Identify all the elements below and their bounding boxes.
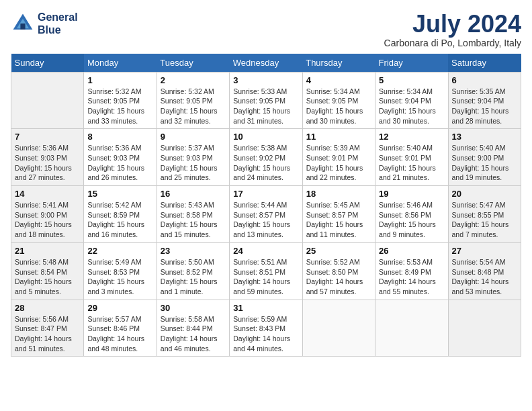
day-number: 19 [379, 189, 444, 199]
day-number: 3 [233, 75, 298, 85]
page-header: General Blue July 2024 Carbonara di Po, … [11, 11, 521, 48]
day-cell: 2Sunrise: 5:32 AM Sunset: 9:05 PM Daylig… [157, 72, 229, 129]
day-cell: 15Sunrise: 5:42 AM Sunset: 8:59 PM Dayli… [84, 186, 157, 243]
week-row-4: 21Sunrise: 5:48 AM Sunset: 8:54 PM Dayli… [11, 242, 521, 300]
day-number: 24 [233, 246, 298, 256]
calendar-table: SundayMondayTuesdayWednesdayThursdayFrid… [11, 54, 521, 357]
day-number: 22 [87, 246, 152, 256]
day-cell: 19Sunrise: 5:46 AM Sunset: 8:56 PM Dayli… [375, 186, 448, 243]
day-number: 23 [161, 246, 226, 256]
week-row-3: 14Sunrise: 5:41 AM Sunset: 9:00 PM Dayli… [11, 186, 521, 243]
logo: General Blue [11, 11, 78, 36]
day-info: Sunrise: 5:57 AM Sunset: 8:46 PM Dayligh… [87, 314, 152, 354]
header-thursday: Thursday [302, 54, 375, 73]
day-cell: 6Sunrise: 5:35 AM Sunset: 9:04 PM Daylig… [448, 72, 521, 129]
day-cell: 3Sunrise: 5:33 AM Sunset: 9:05 PM Daylig… [230, 72, 302, 129]
day-cell: 21Sunrise: 5:48 AM Sunset: 8:54 PM Dayli… [11, 242, 84, 300]
location: Carbonara di Po, Lombardy, Italy [384, 38, 521, 48]
day-cell: 16Sunrise: 5:43 AM Sunset: 8:58 PM Dayli… [157, 186, 229, 243]
day-info: Sunrise: 5:45 AM Sunset: 8:57 PM Dayligh… [306, 200, 371, 240]
day-info: Sunrise: 5:34 AM Sunset: 9:05 PM Dayligh… [306, 87, 371, 126]
day-cell: 28Sunrise: 5:56 AM Sunset: 8:47 PM Dayli… [11, 300, 84, 357]
day-number: 17 [233, 189, 298, 199]
day-info: Sunrise: 5:54 AM Sunset: 8:48 PM Dayligh… [452, 257, 517, 297]
day-cell: 25Sunrise: 5:52 AM Sunset: 8:50 PM Dayli… [302, 242, 375, 300]
day-cell: 23Sunrise: 5:50 AM Sunset: 8:52 PM Dayli… [157, 242, 229, 300]
day-cell: 26Sunrise: 5:53 AM Sunset: 8:49 PM Dayli… [375, 242, 448, 300]
day-info: Sunrise: 5:49 AM Sunset: 8:53 PM Dayligh… [87, 257, 152, 297]
day-info: Sunrise: 5:46 AM Sunset: 8:56 PM Dayligh… [379, 200, 444, 240]
day-number: 7 [15, 132, 80, 142]
day-info: Sunrise: 5:58 AM Sunset: 8:44 PM Dayligh… [161, 314, 226, 354]
day-cell: 8Sunrise: 5:36 AM Sunset: 9:03 PM Daylig… [84, 129, 157, 186]
day-number: 30 [161, 303, 226, 313]
day-cell: 18Sunrise: 5:45 AM Sunset: 8:57 PM Dayli… [302, 186, 375, 243]
day-cell: 20Sunrise: 5:47 AM Sunset: 8:55 PM Dayli… [448, 186, 521, 243]
day-cell [302, 300, 375, 357]
day-info: Sunrise: 5:32 AM Sunset: 9:05 PM Dayligh… [87, 87, 152, 126]
day-info: Sunrise: 5:42 AM Sunset: 8:59 PM Dayligh… [87, 200, 152, 240]
day-cell: 12Sunrise: 5:40 AM Sunset: 9:01 PM Dayli… [375, 129, 448, 186]
day-number: 16 [161, 189, 226, 199]
day-number: 4 [306, 75, 371, 85]
day-cell: 24Sunrise: 5:51 AM Sunset: 8:51 PM Dayli… [230, 242, 302, 300]
day-cell: 22Sunrise: 5:49 AM Sunset: 8:53 PM Dayli… [84, 242, 157, 300]
day-number: 27 [452, 246, 517, 256]
header-wednesday: Wednesday [230, 54, 302, 73]
day-info: Sunrise: 5:51 AM Sunset: 8:51 PM Dayligh… [233, 257, 298, 297]
day-number: 14 [15, 189, 80, 199]
day-info: Sunrise: 5:48 AM Sunset: 8:54 PM Dayligh… [15, 257, 80, 297]
day-info: Sunrise: 5:34 AM Sunset: 9:04 PM Dayligh… [379, 87, 444, 126]
week-row-1: 1Sunrise: 5:32 AM Sunset: 9:05 PM Daylig… [11, 72, 521, 129]
day-info: Sunrise: 5:39 AM Sunset: 9:01 PM Dayligh… [306, 143, 371, 183]
day-number: 8 [87, 132, 152, 142]
day-info: Sunrise: 5:36 AM Sunset: 9:03 PM Dayligh… [87, 143, 152, 183]
day-info: Sunrise: 5:32 AM Sunset: 9:05 PM Dayligh… [161, 87, 226, 126]
day-cell: 14Sunrise: 5:41 AM Sunset: 9:00 PM Dayli… [11, 186, 84, 243]
day-info: Sunrise: 5:36 AM Sunset: 9:03 PM Dayligh… [15, 143, 80, 183]
header-tuesday: Tuesday [157, 54, 229, 73]
day-cell: 27Sunrise: 5:54 AM Sunset: 8:48 PM Dayli… [448, 242, 521, 300]
day-info: Sunrise: 5:56 AM Sunset: 8:47 PM Dayligh… [15, 314, 80, 354]
day-number: 18 [306, 189, 371, 199]
day-info: Sunrise: 5:35 AM Sunset: 9:04 PM Dayligh… [452, 87, 517, 126]
day-info: Sunrise: 5:44 AM Sunset: 8:57 PM Dayligh… [233, 200, 298, 240]
header-friday: Friday [375, 54, 448, 73]
day-number: 21 [15, 246, 80, 256]
header-monday: Monday [84, 54, 157, 73]
day-cell: 5Sunrise: 5:34 AM Sunset: 9:04 PM Daylig… [375, 72, 448, 129]
day-cell: 17Sunrise: 5:44 AM Sunset: 8:57 PM Dayli… [230, 186, 302, 243]
day-cell [11, 72, 84, 129]
day-cell [375, 300, 448, 357]
day-cell: 10Sunrise: 5:38 AM Sunset: 9:02 PM Dayli… [230, 129, 302, 186]
day-number: 25 [306, 246, 371, 256]
day-cell: 13Sunrise: 5:40 AM Sunset: 9:00 PM Dayli… [448, 129, 521, 186]
header-saturday: Saturday [448, 54, 521, 73]
day-number: 26 [379, 246, 444, 256]
day-number: 9 [161, 132, 226, 142]
day-info: Sunrise: 5:37 AM Sunset: 9:03 PM Dayligh… [161, 143, 226, 183]
day-info: Sunrise: 5:41 AM Sunset: 9:00 PM Dayligh… [15, 200, 80, 240]
day-number: 10 [233, 132, 298, 142]
month-title: July 2024 [384, 11, 521, 38]
day-cell: 9Sunrise: 5:37 AM Sunset: 9:03 PM Daylig… [157, 129, 229, 186]
day-number: 13 [452, 132, 517, 142]
day-info: Sunrise: 5:52 AM Sunset: 8:50 PM Dayligh… [306, 257, 371, 297]
day-number: 28 [15, 303, 80, 313]
day-info: Sunrise: 5:40 AM Sunset: 9:01 PM Dayligh… [379, 143, 444, 183]
logo-text: General Blue [38, 11, 78, 36]
day-cell: 7Sunrise: 5:36 AM Sunset: 9:03 PM Daylig… [11, 129, 84, 186]
day-cell: 1Sunrise: 5:32 AM Sunset: 9:05 PM Daylig… [84, 72, 157, 129]
day-number: 2 [161, 75, 226, 85]
title-block: July 2024 Carbonara di Po, Lombardy, Ita… [384, 11, 521, 48]
day-info: Sunrise: 5:43 AM Sunset: 8:58 PM Dayligh… [161, 200, 226, 240]
day-info: Sunrise: 5:33 AM Sunset: 9:05 PM Dayligh… [233, 87, 298, 126]
header-sunday: Sunday [11, 54, 84, 73]
day-info: Sunrise: 5:38 AM Sunset: 9:02 PM Dayligh… [233, 143, 298, 183]
week-row-2: 7Sunrise: 5:36 AM Sunset: 9:03 PM Daylig… [11, 129, 521, 186]
day-info: Sunrise: 5:59 AM Sunset: 8:43 PM Dayligh… [233, 314, 298, 354]
week-row-5: 28Sunrise: 5:56 AM Sunset: 8:47 PM Dayli… [11, 300, 521, 357]
day-cell: 4Sunrise: 5:34 AM Sunset: 9:05 PM Daylig… [302, 72, 375, 129]
day-number: 29 [87, 303, 152, 313]
day-number: 1 [87, 75, 152, 85]
